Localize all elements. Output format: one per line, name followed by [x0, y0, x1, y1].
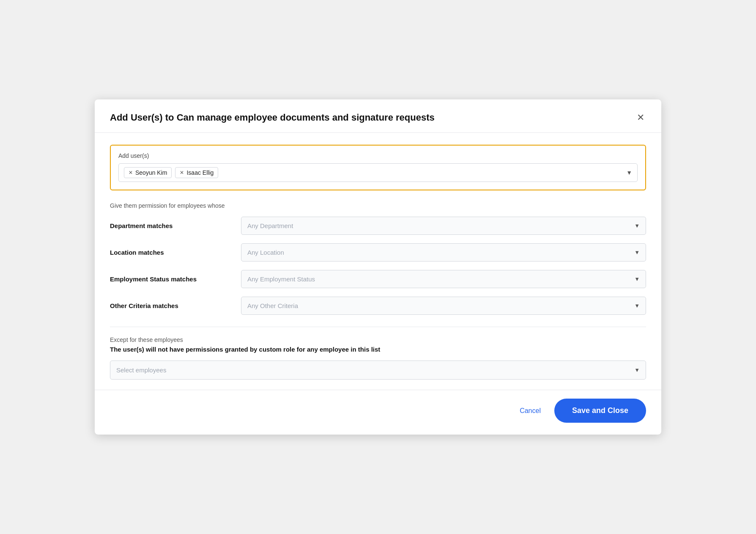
user-tag-seoyun: ✕ Seoyun Kim	[124, 167, 172, 178]
employment-status-select[interactable]: Any Employment Status ▼	[241, 270, 646, 288]
location-select[interactable]: Any Location ▼	[241, 243, 646, 261]
department-select[interactable]: Any Department ▼	[241, 217, 646, 235]
employment-status-placeholder: Any Employment Status	[247, 275, 315, 283]
except-section-label: Except for these employees	[110, 336, 646, 343]
user-tags-chevron-icon: ▼	[626, 169, 632, 176]
user-tag-seoyun-name: Seoyun Kim	[135, 169, 167, 176]
except-description: The user(s) will not have permissions gr…	[110, 346, 646, 353]
location-label: Location matches	[110, 249, 241, 256]
modal-footer: Cancel Save and Close	[95, 390, 661, 435]
location-row: Location matches Any Location ▼	[110, 243, 646, 261]
modal-title: Add User(s) to Can manage employee docum…	[110, 112, 435, 123]
department-placeholder: Any Department	[247, 222, 293, 229]
other-criteria-placeholder: Any Other Criteria	[247, 302, 298, 309]
select-employees-chevron-icon: ▼	[634, 367, 640, 373]
other-criteria-row: Other Criteria matches Any Other Criteri…	[110, 297, 646, 315]
add-users-section: Add user(s) ✕ Seoyun Kim ✕ Isaac Ellig ▼	[110, 145, 646, 190]
user-tag-isaac: ✕ Isaac Ellig	[175, 167, 218, 178]
user-tag-isaac-name: Isaac Ellig	[186, 169, 214, 176]
department-label: Department matches	[110, 222, 241, 229]
cancel-button[interactable]: Cancel	[515, 404, 546, 418]
other-criteria-chevron-icon: ▼	[634, 303, 640, 309]
add-users-label: Add user(s)	[118, 152, 638, 159]
section-divider	[110, 327, 646, 327]
other-criteria-select[interactable]: Any Other Criteria ▼	[241, 297, 646, 315]
user-tags-container[interactable]: ✕ Seoyun Kim ✕ Isaac Ellig ▼	[118, 163, 638, 182]
other-criteria-label: Other Criteria matches	[110, 302, 241, 309]
department-row: Department matches Any Department ▼	[110, 217, 646, 235]
location-chevron-icon: ▼	[634, 249, 640, 256]
remove-isaac-button[interactable]: ✕	[180, 170, 184, 175]
employment-status-chevron-icon: ▼	[634, 276, 640, 282]
modal-body: Add user(s) ✕ Seoyun Kim ✕ Isaac Ellig ▼…	[95, 133, 661, 390]
remove-seoyun-button[interactable]: ✕	[129, 170, 133, 175]
close-button[interactable]: ✕	[635, 111, 646, 124]
employment-status-label: Employment Status matches	[110, 275, 241, 283]
select-employees-dropdown[interactable]: Select employees ▼	[110, 361, 646, 380]
location-placeholder: Any Location	[247, 249, 284, 256]
modal-header: Add User(s) to Can manage employee docum…	[95, 99, 661, 133]
department-chevron-icon: ▼	[634, 223, 640, 229]
select-employees-placeholder: Select employees	[116, 366, 166, 374]
employment-status-row: Employment Status matches Any Employment…	[110, 270, 646, 288]
permission-label: Give them permission for employees whose	[110, 202, 646, 209]
modal-dialog: Add User(s) to Can manage employee docum…	[95, 99, 661, 435]
save-close-button[interactable]: Save and Close	[554, 399, 646, 423]
